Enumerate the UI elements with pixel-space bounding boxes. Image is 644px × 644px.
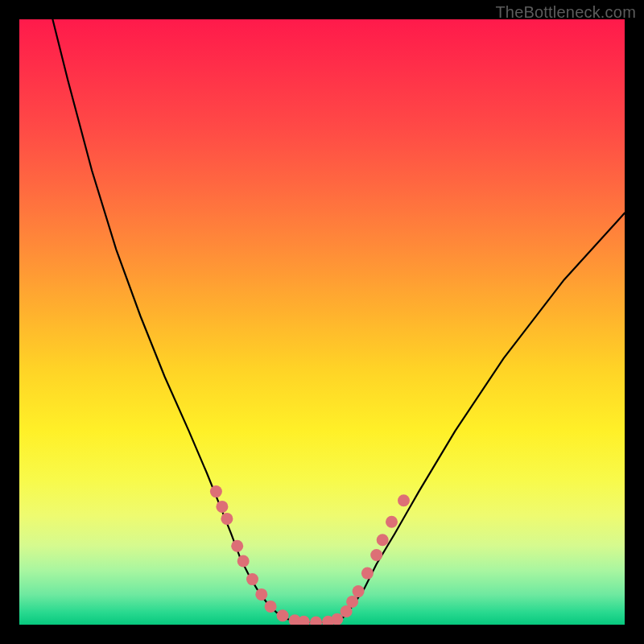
- data-point: [277, 609, 289, 621]
- chart-frame: TheBottleneck.com: [0, 0, 644, 644]
- data-point: [346, 596, 358, 608]
- data-point: [370, 549, 382, 561]
- watermark-text: TheBottleneck.com: [495, 3, 636, 22]
- data-point: [361, 568, 374, 580]
- data-point: [246, 573, 258, 585]
- data-point: [216, 501, 228, 513]
- data-point: [265, 601, 277, 613]
- data-point: [377, 534, 389, 546]
- data-point: [310, 617, 322, 625]
- bottleneck-curve: [52, 19, 625, 622]
- chart-svg: [19, 19, 625, 625]
- data-point: [386, 516, 398, 528]
- data-point: [255, 588, 267, 601]
- data-point: [353, 585, 365, 597]
- data-point: [221, 513, 233, 525]
- chart-plot-area: [19, 19, 625, 625]
- data-point: [231, 540, 243, 552]
- data-point: [237, 555, 250, 568]
- data-point: [398, 494, 410, 506]
- data-point: [210, 485, 222, 497]
